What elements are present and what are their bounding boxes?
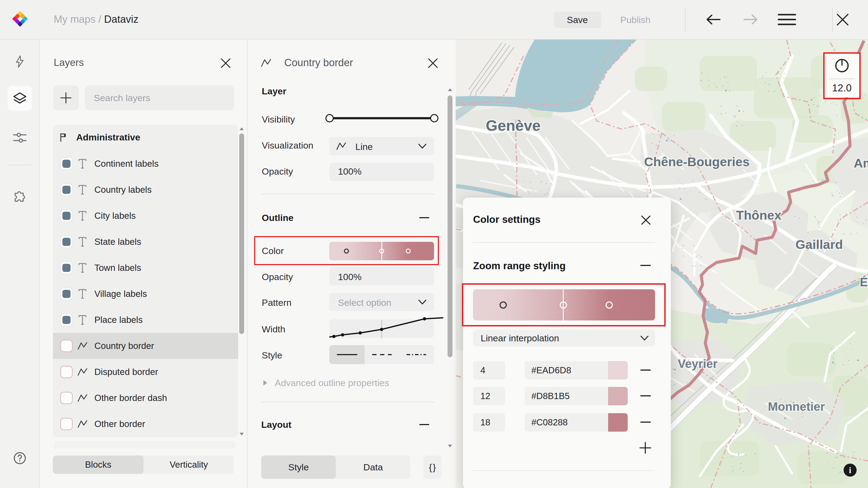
svg-text:Ét: Ét <box>860 275 868 289</box>
svg-text:Chêne-Bougeries: Chêne-Bougeries <box>644 155 749 169</box>
svg-text:Genève: Genève <box>486 117 540 134</box>
svg-text:Monnetier: Monnetier <box>768 400 825 413</box>
svg-text:Gaillard: Gaillard <box>795 237 843 252</box>
svg-text:Thônex: Thônex <box>736 208 781 222</box>
svg-text:Veyrier: Veyrier <box>678 357 718 370</box>
svg-text:Am: Am <box>854 156 868 170</box>
